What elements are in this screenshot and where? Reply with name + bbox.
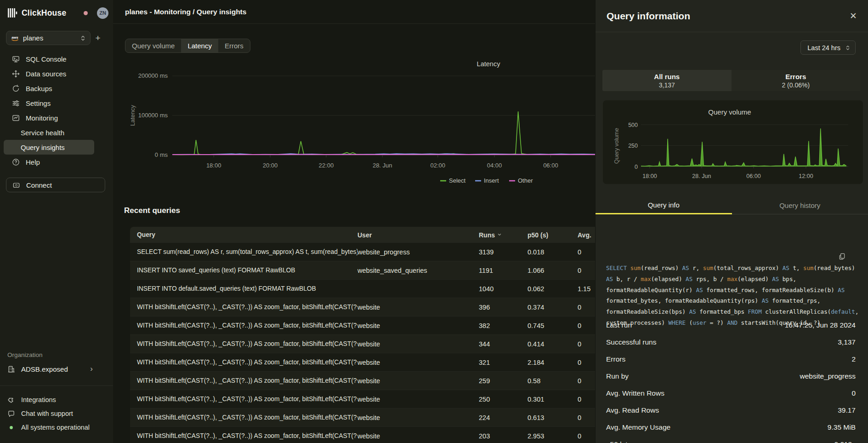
cell-runs: 321 — [479, 359, 528, 366]
service-select[interactable]: aws planes — [6, 31, 91, 45]
add-service-button[interactable]: + — [91, 31, 105, 45]
footer-item-all-systems-operational[interactable]: All systems operational — [7, 420, 109, 434]
footer-item-chat-with-support[interactable]: Chat with support — [7, 407, 109, 420]
table-row[interactable]: WITH bitShiftLeft(CAST(?..), _CAST(?..))… — [130, 335, 595, 353]
organization-item[interactable]: ADSB.exposed › — [7, 362, 109, 376]
cell-avg: 0 — [578, 304, 595, 311]
table-row[interactable]: INSERT INTO saved_queries (text) FORMAT … — [130, 261, 595, 280]
cell-runs: 259 — [479, 377, 528, 385]
column-header-user[interactable]: User — [357, 231, 479, 239]
svg-text:aws: aws — [11, 35, 18, 39]
table-row[interactable]: WITH bitShiftLeft(CAST(?..), _CAST(?..))… — [130, 427, 595, 443]
integrations-icon — [7, 396, 15, 404]
breadcrumb: planes - Monitoring / Query insights — [125, 8, 246, 16]
connect-button[interactable]: Connect — [6, 178, 105, 192]
cell-query: WITH bitShiftLeft(CAST(?..), _CAST(?..))… — [130, 359, 357, 366]
sidebar-item-data-sources[interactable]: Data sources — [4, 66, 94, 81]
cell-avg: 0 — [578, 414, 595, 421]
close-icon[interactable]: ✕ — [850, 12, 857, 20]
column-header-query[interactable]: Query — [130, 231, 357, 238]
sidebar-item-help[interactable]: Help — [4, 155, 94, 169]
stat-row: Avg. Written Rows0 — [606, 385, 856, 402]
cell-user: website_saved_queries — [357, 267, 479, 274]
stat-value: website_progress — [800, 372, 856, 380]
copy-icon[interactable] — [838, 231, 859, 282]
column-header-p50-s-[interactable]: p50 (s) — [528, 231, 578, 239]
svg-text:Latency: Latency — [129, 105, 136, 126]
table-row[interactable]: WITH bitShiftLeft(CAST(?..), _CAST(?..))… — [130, 408, 595, 427]
footer-item-label: Chat with support — [21, 410, 73, 417]
sql-code-block[interactable]: SELECT sum(read_rows) AS r, sum(total_ro… — [606, 230, 857, 328]
stat-value: 16:47:25, Jun 28 2024 — [785, 321, 856, 329]
stat-tab-all-runs[interactable]: All runs3,137 — [602, 70, 732, 91]
chevron-updown-icon — [845, 45, 851, 51]
table-row[interactable]: WITH bitShiftLeft(CAST(?..), _CAST(?..))… — [130, 298, 595, 316]
avatar[interactable]: ZN — [97, 7, 108, 19]
tab-errors[interactable]: Errors — [218, 39, 250, 52]
sidebar-item-query-insights[interactable]: Query insights — [4, 140, 94, 155]
tab-query-history[interactable]: Query history — [732, 197, 868, 214]
stat-row: Last run16:47:25, Jun 28 2024 — [606, 316, 856, 334]
sidebar-item-backups[interactable]: Backups — [4, 81, 94, 96]
stat-label: Errors — [606, 355, 625, 363]
data-sources-icon — [12, 70, 20, 78]
svg-text:Select: Select — [449, 177, 466, 184]
table-row[interactable]: WITH bitShiftLeft(CAST(?..), _CAST(?..))… — [130, 353, 595, 372]
stat-tab-errors[interactable]: Errors2 (0.06%) — [732, 70, 861, 91]
svg-text:04:00: 04:00 — [487, 162, 502, 169]
column-header-avg-[interactable]: Avg. — [578, 231, 595, 239]
recent-queries-title: Recent queries — [124, 206, 180, 215]
svg-text:12:00: 12:00 — [799, 173, 813, 179]
cell-user: website — [357, 432, 479, 440]
aws-icon: aws — [11, 35, 19, 41]
table-row[interactable]: WITH bitShiftLeft(CAST(?..), _CAST(?..))… — [130, 372, 595, 390]
table-row[interactable]: INSERT INTO default.saved_queries (text)… — [130, 280, 595, 298]
tab-query-volume[interactable]: Query volume — [125, 39, 181, 52]
backups-icon — [12, 85, 20, 92]
time-range-select[interactable]: Last 24 hrs — [800, 40, 856, 55]
cell-runs: 3139 — [479, 248, 528, 256]
panel-title: Query information — [607, 11, 690, 22]
footer-item-label: All systems operational — [21, 424, 90, 431]
service-name: planes — [23, 34, 76, 42]
cell-runs: 1040 — [479, 285, 528, 293]
connect-icon — [12, 181, 20, 189]
table-row[interactable]: SELECT sum(read_rows) AS r, sum(total_ro… — [130, 243, 595, 261]
brand-row: ClickHouse ZN — [7, 6, 108, 20]
sidebar-item-label: Help — [26, 158, 40, 166]
cell-avg: 0 — [578, 340, 595, 348]
svg-text:250: 250 — [628, 143, 638, 149]
sidebar-item-label: Monitoring — [26, 114, 58, 122]
sidebar-item-service-health[interactable]: Service health — [4, 125, 94, 140]
column-header-runs[interactable]: Runs — [479, 231, 528, 239]
stat-label: Successful runs — [606, 338, 656, 346]
run-stat-tabs: All runs3,137Errors2 (0.06%) — [602, 70, 860, 91]
table-row[interactable]: WITH bitShiftLeft(CAST(?..), _CAST(?..))… — [130, 390, 595, 408]
cell-user: website — [357, 340, 479, 348]
chevron-updown-icon — [80, 35, 86, 41]
sidebar-item-settings[interactable]: Settings — [4, 96, 94, 110]
stat-row: Avg. Memory Usage9.35 MiB — [606, 419, 856, 436]
query-volume-card[interactable]: Query volume0250500Query volume18:0028. … — [603, 100, 863, 184]
svg-text:18:00: 18:00 — [642, 173, 657, 179]
sidebar-divider — [0, 385, 113, 386]
stat-label: Run by — [606, 372, 629, 380]
stat-value: 3,137 — [838, 338, 856, 346]
query-volume-chart: Query volume0250500Query volume18:0028. … — [603, 100, 863, 184]
latency-chart[interactable]: Latency0 ms100000 ms200000 msLatency18:0… — [113, 54, 595, 192]
cell-runs: 203 — [479, 432, 528, 440]
footer-item-integrations[interactable]: Integrations — [7, 393, 109, 407]
cell-p50: 0.613 — [528, 414, 578, 421]
notification-dot-icon[interactable] — [84, 11, 88, 15]
table-row[interactable]: WITH bitShiftLeft(CAST(?..), _CAST(?..))… — [130, 316, 595, 335]
cell-p50: 0.062 — [528, 285, 578, 293]
tab-query-info[interactable]: Query info — [596, 197, 732, 214]
sidebar-item-sql-console[interactable]: SQL Console — [4, 52, 94, 66]
sidebar-item-monitoring[interactable]: Monitoring — [4, 110, 94, 125]
tab-latency[interactable]: Latency — [181, 39, 218, 52]
sidebar-item-label: Query insights — [21, 144, 65, 151]
svg-text:28. Jun: 28. Jun — [373, 162, 392, 169]
query-information-panel: Query information ✕ Last 24 hrs All runs… — [595, 0, 868, 443]
cell-avg: 0 — [578, 432, 595, 440]
clickhouse-logo-icon — [7, 8, 17, 18]
